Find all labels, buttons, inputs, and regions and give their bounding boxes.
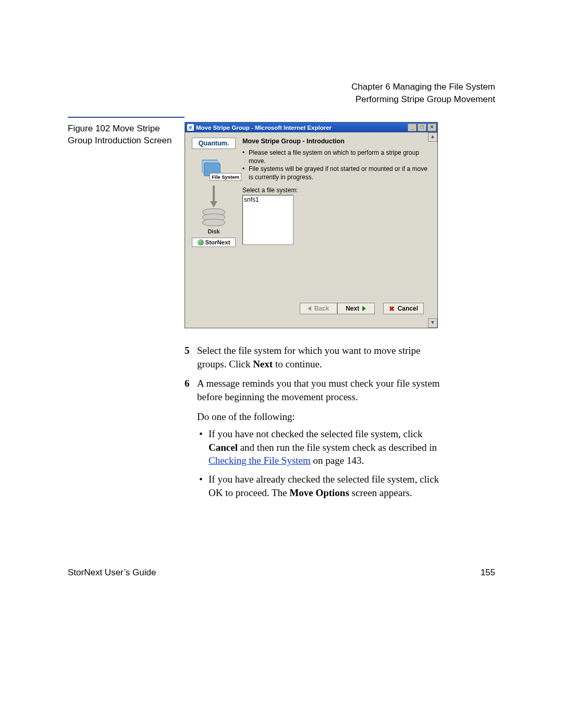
filesystem-option[interactable]: snfs1 xyxy=(244,196,292,203)
do-one-of: Do one of the following: xyxy=(197,410,445,424)
wizard-main: Move Stripe Group - Introduction Please … xyxy=(242,138,433,298)
triangle-right-icon xyxy=(362,306,366,311)
document-page: Chapter 6 Managing the File System Perfo… xyxy=(0,0,563,728)
minimize-button[interactable]: _ xyxy=(408,124,417,131)
b1-a: If you have not checked the selected fil… xyxy=(209,428,422,439)
figure-caption-line2: Introduction Screen xyxy=(95,135,172,145)
b1-b: and then run the file system check as de… xyxy=(238,442,437,453)
window-frame: e Move Stripe Group - Microsoft Internet… xyxy=(185,122,438,328)
intro-bullets: Please select a file system on which to … xyxy=(242,149,433,181)
window-titlebar: e Move Stripe Group - Microsoft Internet… xyxy=(185,122,437,132)
intro-heading: Move Stripe Group - Introduction xyxy=(242,138,433,145)
figure-rule xyxy=(68,117,185,118)
disk-label: Disk xyxy=(207,228,219,235)
select-filesystem-label: Select a file system: xyxy=(242,187,433,194)
checking-fs-link[interactable]: Checking the File System xyxy=(209,455,311,466)
b2-bold: Move Options xyxy=(289,487,349,498)
cancel-button-label: Cancel xyxy=(398,305,418,312)
cancel-button[interactable]: ✖ Cancel xyxy=(383,303,424,314)
product-label: StorNext xyxy=(205,239,230,245)
sub-bullet-1: If you have not checked the selected fil… xyxy=(197,427,445,467)
section-line: Performing Stripe Group Movement xyxy=(351,93,495,106)
step-5-text-b: to continue. xyxy=(273,359,322,369)
filesystem-illustration: File System xyxy=(199,152,229,182)
b1-c: on page 143. xyxy=(311,455,364,466)
brand-label: Quantum. xyxy=(199,140,229,147)
screenshot-container: e Move Stripe Group - Microsoft Internet… xyxy=(185,122,438,328)
x-icon: ✖ xyxy=(389,305,395,313)
sub-bullet-2: If you have already checked the selected… xyxy=(197,473,445,499)
back-button-label: Back xyxy=(314,305,329,312)
close-button[interactable]: × xyxy=(427,124,436,131)
page-header-right: Chapter 6 Managing the File System Perfo… xyxy=(351,81,495,106)
instruction-text: 5 Select the file system for which you w… xyxy=(185,344,445,504)
window-controls: _ □ × xyxy=(408,124,437,131)
globe-icon xyxy=(198,239,204,245)
step-6-body: A message reminds you that you must chec… xyxy=(197,377,445,403)
b2-b: screen appears. xyxy=(349,487,412,498)
intro-bullet-2: File systems will be grayed if not start… xyxy=(242,165,433,181)
triangle-left-icon xyxy=(308,306,311,311)
window-body: Quantum. File System xyxy=(185,132,437,328)
disk-icon xyxy=(202,219,225,226)
ie-icon: e xyxy=(187,124,194,131)
b1-bold: Cancel xyxy=(209,442,238,453)
disk-illustration: Disk xyxy=(202,211,225,235)
scroll-down-button[interactable]: ▼ xyxy=(428,318,437,328)
product-box: StorNext xyxy=(192,238,236,247)
back-button[interactable]: Back xyxy=(300,303,337,314)
step-5: 5 Select the file system for which you w… xyxy=(185,344,445,371)
maximize-button[interactable]: □ xyxy=(418,124,426,131)
brand-box: Quantum. xyxy=(192,138,236,149)
filesystem-label: File System xyxy=(210,173,241,181)
figure-caption: Figure 102 Move Stripe Group Introductio… xyxy=(68,123,185,147)
scroll-up-button[interactable]: ▲ xyxy=(428,132,437,142)
content-row: Quantum. File System xyxy=(185,132,437,300)
step-5-number: 5 xyxy=(185,344,197,371)
intro-bullet-1: Please select a file system on which to … xyxy=(242,149,433,165)
next-button[interactable]: Next xyxy=(337,303,375,314)
sub-bullets: If you have not checked the selected fil… xyxy=(197,427,445,499)
step-5-body: Select the file system for which you wan… xyxy=(197,344,445,371)
footer-page-number: 155 xyxy=(481,567,495,578)
arrow-down-icon xyxy=(210,186,217,207)
chapter-line: Chapter 6 Managing the File System xyxy=(351,81,495,93)
wizard-buttons: Back Next ✖ Cancel xyxy=(185,300,437,328)
wizard-side-graphic: Quantum. File System xyxy=(190,138,237,298)
window-title: Move Stripe Group - Microsoft Internet E… xyxy=(196,125,332,131)
footer-guide-title: StorNext User’s Guide xyxy=(68,567,156,578)
filesystem-listbox[interactable]: snfs1 xyxy=(242,195,293,245)
step-6: 6 A message reminds you that you must ch… xyxy=(185,377,445,403)
step-6-number: 6 xyxy=(185,377,197,403)
next-button-label: Next xyxy=(346,305,359,312)
step-5-bold: Next xyxy=(253,359,273,369)
